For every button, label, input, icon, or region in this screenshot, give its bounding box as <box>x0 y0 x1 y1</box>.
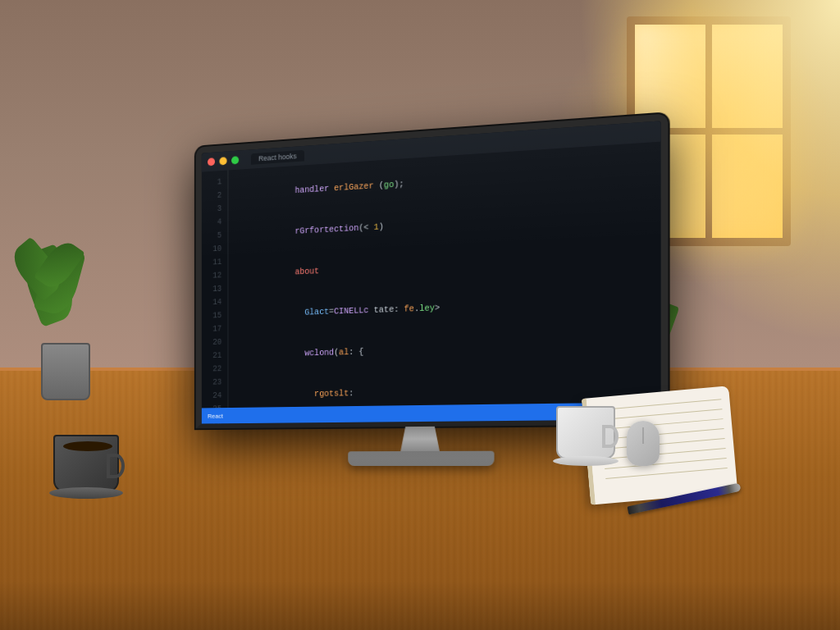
line-numbers: 12345 1011121314 1517202122 23242526 <box>202 151 229 423</box>
monitor-neck <box>395 427 444 451</box>
monitor-screen: React hooks 12345 1011121314 1517202122 … <box>196 113 669 428</box>
close-dot <box>208 158 215 166</box>
status-bar-text: React <box>208 412 223 419</box>
coffee-cup-left <box>49 417 123 499</box>
floor-shadow <box>0 581 840 630</box>
code-content: handler erlGazer (go); rGrfortection(< 1… <box>228 121 660 423</box>
plant-left <box>25 220 107 400</box>
maximize-dot <box>231 156 239 164</box>
coffee-cup-right <box>553 388 619 466</box>
computer-mouse <box>627 421 660 466</box>
notebook-lines <box>600 399 729 495</box>
minimize-dot <box>219 157 226 165</box>
code-editor: React hooks 12345 1011121314 1517202122 … <box>202 121 661 423</box>
monitor-base <box>348 451 494 466</box>
editor-tab: React hooks <box>251 150 304 165</box>
